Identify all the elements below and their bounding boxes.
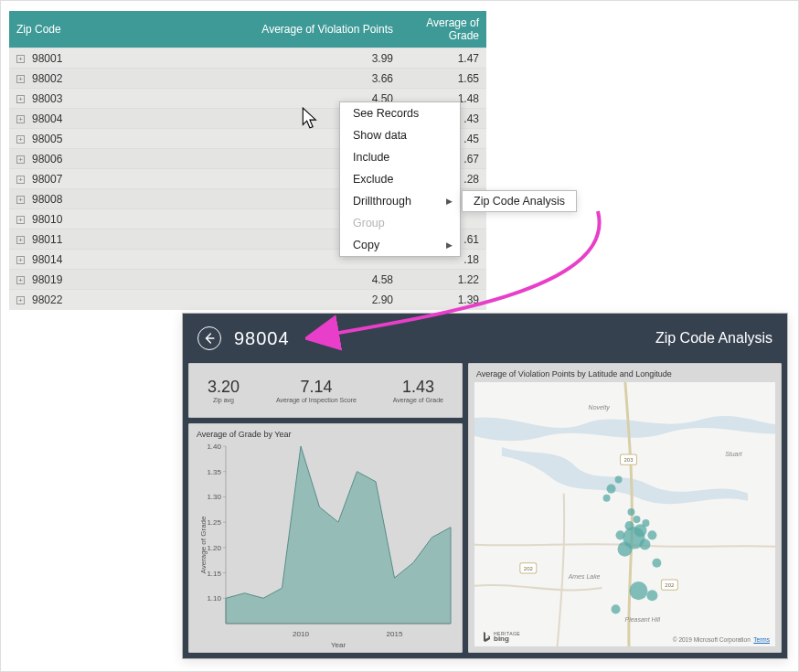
kpi-avg-grade: 1.43Average of Grade — [393, 378, 443, 403]
bing-logo-icon — [482, 632, 491, 643]
bing-attribution: HERITAGEbing — [482, 631, 520, 643]
svg-point-36 — [607, 485, 616, 494]
zip-cell: 98001 — [32, 52, 62, 65]
map-label: Pleasant Hill — [625, 616, 661, 623]
map-label: Novelty — [589, 404, 611, 411]
route-badge: 202 — [661, 580, 677, 590]
expand-icon[interactable]: + — [16, 95, 25, 103]
chevron-right-icon: ▶ — [446, 240, 453, 250]
svg-text:1.10: 1.10 — [207, 594, 221, 603]
ctx-include[interactable]: Include — [340, 146, 460, 168]
zip-cell: 98005 — [32, 133, 62, 145]
back-button[interactable] — [197, 326, 221, 350]
ctx-drillthrough[interactable]: Drillthrough▶ — [340, 190, 460, 212]
svg-text:1.25: 1.25 — [207, 518, 221, 527]
expand-icon[interactable]: + — [16, 256, 25, 264]
svg-text:1.15: 1.15 — [207, 570, 221, 578]
grade-cell: 1.65 — [400, 69, 486, 89]
expand-icon[interactable]: + — [16, 155, 25, 164]
svg-point-37 — [615, 475, 623, 483]
grade-cell: 1.47 — [400, 48, 486, 69]
svg-text:2010: 2010 — [293, 630, 309, 638]
svg-point-40 — [646, 590, 657, 601]
avp-cell: 3.66 — [220, 69, 400, 89]
grade-by-year-chart[interactable]: Average of Grade by Year 1.101.151.201.2… — [188, 423, 463, 653]
expand-icon[interactable]: + — [16, 236, 25, 244]
drillthrough-header: 98004 Zip Code Analysis — [183, 314, 787, 363]
svg-point-28 — [625, 521, 634, 530]
svg-text:1.40: 1.40 — [207, 443, 221, 451]
drill-page-title: Zip Code Analysis — [655, 330, 772, 347]
table-row[interactable]: +980023.661.65 — [9, 69, 486, 89]
zip-cell: 98022 — [32, 293, 62, 306]
expand-icon[interactable]: + — [16, 196, 25, 204]
kpi-label: Zip avg — [208, 397, 240, 403]
zip-cell: 98008 — [32, 193, 62, 206]
context-menu: See Records Show data Include Exclude Dr… — [339, 101, 461, 257]
ctx-exclude[interactable]: Exclude — [340, 168, 460, 190]
ctx-group: Group — [340, 212, 460, 234]
zip-cell: 98007 — [32, 173, 62, 186]
table-row[interactable]: +980222.901.39 — [9, 290, 486, 310]
svg-text:1.20: 1.20 — [207, 544, 221, 552]
kpi-value: 3.20 — [208, 378, 240, 397]
zip-cell: 98004 — [32, 112, 62, 125]
grade-cell: 1.22 — [400, 270, 486, 290]
expand-icon[interactable]: + — [16, 276, 25, 284]
svg-text:1.35: 1.35 — [207, 468, 221, 476]
expand-icon[interactable]: + — [16, 115, 25, 123]
svg-point-39 — [629, 581, 647, 600]
col-header-avp[interactable]: Average of Violation Points — [220, 11, 400, 48]
zip-cell: 98019 — [32, 273, 62, 286]
map-canvas[interactable]: Novelty Stuart Ames Lake Pleasant Hill 2… — [474, 382, 775, 646]
col-header-zip[interactable]: Zip Code — [9, 11, 220, 48]
col-header-grade[interactable]: Average of Grade — [400, 11, 486, 48]
terms-link[interactable]: Terms — [753, 636, 770, 643]
drillthrough-target-zip-analysis[interactable]: Zip Code Analysis — [474, 195, 565, 208]
svg-text:2015: 2015 — [387, 630, 403, 638]
svg-text:202: 202 — [524, 566, 534, 571]
svg-point-32 — [633, 516, 640, 523]
expand-icon[interactable]: + — [16, 75, 25, 83]
kpi-zip-avg: 3.20Zip avg — [208, 378, 240, 403]
svg-point-42 — [612, 604, 621, 613]
svg-point-31 — [647, 530, 656, 539]
svg-point-29 — [639, 539, 650, 549]
map-label: Stuart — [725, 451, 743, 457]
zip-cell: 98002 — [32, 72, 62, 85]
drillthrough-submenu: Zip Code Analysis — [462, 190, 577, 212]
arrow-left-icon — [203, 332, 216, 345]
chart-title: Average of Grade by Year — [197, 430, 454, 439]
chevron-right-icon: ▶ — [446, 197, 453, 206]
kpi-label: Average of Grade — [393, 397, 443, 403]
avp-cell: 3.99 — [220, 48, 400, 69]
table-row[interactable]: +980194.581.22 — [9, 270, 486, 290]
expand-icon[interactable]: + — [16, 55, 25, 63]
area-chart-svg: 1.101.151.201.251.301.351.4020102015Aver… — [197, 441, 456, 649]
map-copyright: © 2019 Microsoft Corporation Terms — [673, 636, 770, 643]
expand-icon[interactable]: + — [16, 135, 25, 144]
table-row[interactable]: +980013.991.47 — [9, 48, 486, 69]
expand-icon[interactable]: + — [16, 216, 25, 224]
svg-point-41 — [652, 559, 661, 568]
route-badge: 203 — [621, 454, 637, 464]
svg-point-38 — [603, 495, 611, 502]
ctx-copy[interactable]: Copy▶ — [340, 234, 460, 256]
expand-icon[interactable]: + — [16, 176, 25, 184]
svg-point-33 — [616, 530, 625, 539]
zip-cell: 98014 — [32, 253, 62, 266]
drillthrough-page: 98004 Zip Code Analysis 3.20Zip avg 7.14… — [182, 313, 788, 659]
violation-map[interactable]: Average of Violation Points by Latitude … — [468, 363, 782, 653]
ctx-see-records[interactable]: See Records — [340, 102, 460, 124]
ctx-drillthrough-label: Drillthrough — [353, 195, 411, 208]
grade-cell: 1.39 — [400, 290, 486, 310]
ctx-show-data[interactable]: Show data — [340, 124, 460, 146]
avp-cell: 2.90 — [220, 290, 400, 310]
svg-point-30 — [618, 541, 633, 556]
expand-icon[interactable]: + — [16, 296, 25, 304]
kpi-card[interactable]: 3.20Zip avg 7.14Average of Inspection Sc… — [188, 363, 463, 418]
zip-cell: 98003 — [32, 92, 62, 105]
svg-text:Year: Year — [331, 641, 346, 649]
zip-cell: 98010 — [32, 213, 62, 226]
svg-text:203: 203 — [624, 457, 634, 463]
